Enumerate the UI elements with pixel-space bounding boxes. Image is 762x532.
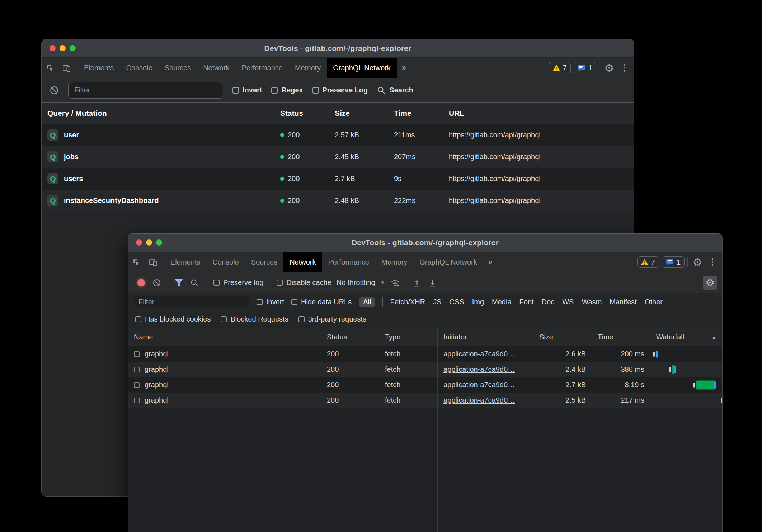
tab-graphql-network[interactable]: GraphQL Network <box>413 252 483 272</box>
export-har-icon[interactable] <box>425 275 441 291</box>
column-header-status[interactable]: Status <box>321 328 379 346</box>
column-header-size[interactable]: Size <box>533 328 592 346</box>
tab-memory[interactable]: Memory <box>375 252 413 272</box>
clear-block-icon[interactable] <box>50 86 59 95</box>
disable-cache-checkbox[interactable]: Disable cache <box>277 279 331 287</box>
preserve-log-checkbox[interactable]: Preserve Log <box>312 86 368 94</box>
filter-input[interactable] <box>134 296 249 308</box>
close-window-button[interactable] <box>50 45 56 51</box>
tab-elements[interactable]: Elements <box>78 58 120 78</box>
row-checkbox[interactable] <box>134 382 140 388</box>
has-blocked-cookies-checkbox[interactable]: Has blocked cookies <box>135 315 211 323</box>
minimize-window-button[interactable] <box>146 239 152 246</box>
network-conditions-icon[interactable] <box>387 275 403 291</box>
tab-performance[interactable]: Performance <box>236 58 289 78</box>
tab-performance[interactable]: Performance <box>322 252 376 272</box>
initiator-link[interactable]: application-a7ca9d0… <box>443 365 515 374</box>
chip-font[interactable]: Font <box>519 298 534 306</box>
column-header-status[interactable]: Status <box>274 103 329 124</box>
blocked-requests-checkbox[interactable]: Blocked Requests <box>221 315 288 323</box>
chip-media[interactable]: Media <box>492 298 511 306</box>
device-toolbar-icon[interactable] <box>58 58 75 78</box>
column-header-query-mutation[interactable]: Query / Mutation <box>42 103 274 124</box>
row-checkbox[interactable] <box>134 398 140 403</box>
table-row[interactable]: Quser 200 2.57 kB 211ms https://gitlab.c… <box>42 124 634 146</box>
column-header-time[interactable]: Time <box>592 328 650 346</box>
titlebar[interactable]: DevTools - gitlab.com/-/graphql-explorer <box>128 233 722 252</box>
more-tabs-chevron[interactable]: » <box>397 58 411 78</box>
column-header-size[interactable]: Size <box>329 103 388 124</box>
table-row[interactable]: QinstanceSecurityDashboard 200 2.48 kB 2… <box>42 190 634 212</box>
issues-badge[interactable]: 1 <box>574 62 596 73</box>
column-header-time[interactable]: Time <box>388 103 443 124</box>
table-row[interactable]: graphql 200 fetch application-a7ca9d0… 2… <box>128 362 722 377</box>
search-icon[interactable] <box>187 275 202 291</box>
inspect-cursor-icon[interactable] <box>42 58 58 78</box>
initiator-link[interactable]: application-a7ca9d0… <box>443 396 515 404</box>
tab-sources[interactable]: Sources <box>245 252 283 272</box>
warnings-badge[interactable]: 7 <box>549 62 571 73</box>
chip-ws[interactable]: WS <box>562 298 574 306</box>
zoom-window-button[interactable] <box>156 239 162 246</box>
close-window-button[interactable] <box>136 239 142 246</box>
tab-sources[interactable]: Sources <box>159 58 197 78</box>
minimize-window-button[interactable] <box>60 45 66 51</box>
invert-checkbox[interactable]: Invert <box>257 298 284 306</box>
third-party-requests-checkbox[interactable]: 3rd-party requests <box>298 315 366 323</box>
chip-doc[interactable]: Doc <box>542 298 555 306</box>
table-row[interactable]: Qusers 200 2.7 kB 9s https://gitlab.com/… <box>42 168 634 190</box>
device-toolbar-icon[interactable] <box>145 252 161 272</box>
table-row[interactable]: graphql 200 fetch application-a7ca9d0… 2… <box>128 393 722 408</box>
chip-all[interactable]: All <box>359 297 375 307</box>
regex-checkbox[interactable]: Regex <box>271 86 303 94</box>
zoom-window-button[interactable] <box>70 45 76 51</box>
tab-console[interactable]: Console <box>120 58 158 78</box>
column-header-type[interactable]: Type <box>379 328 437 346</box>
hide-data-urls-checkbox[interactable]: Hide data URLs <box>291 298 352 306</box>
tab-memory[interactable]: Memory <box>289 58 327 78</box>
inspect-cursor-icon[interactable] <box>128 252 145 272</box>
row-checkbox[interactable] <box>134 351 140 357</box>
chip-wasm[interactable]: Wasm <box>582 298 602 306</box>
chip-js[interactable]: JS <box>433 298 441 306</box>
row-checkbox[interactable] <box>134 367 140 372</box>
preserve-log-checkbox[interactable]: Preserve log <box>213 279 263 287</box>
chip-manifest[interactable]: Manifest <box>610 298 637 306</box>
import-har-icon[interactable] <box>409 275 425 291</box>
table-row[interactable]: graphql 200 fetch application-a7ca9d0… 2… <box>128 377 722 393</box>
filter-input[interactable] <box>68 82 223 99</box>
initiator-link[interactable]: application-a7ca9d0… <box>443 350 515 358</box>
search-button[interactable]: Search <box>377 86 413 95</box>
throttling-dropdown[interactable]: No throttling ▼ <box>337 279 385 287</box>
chip-css[interactable]: CSS <box>450 298 464 306</box>
column-header-waterfall[interactable]: Waterfall ▲ <box>650 328 722 346</box>
filter-funnel-icon[interactable] <box>171 275 187 291</box>
column-header-initiator[interactable]: Initiator <box>437 328 533 346</box>
column-header-name[interactable]: Name <box>128 328 321 346</box>
settings-gear-icon[interactable]: ⚙ <box>689 252 706 272</box>
tab-console[interactable]: Console <box>206 252 245 272</box>
titlebar[interactable]: DevTools - gitlab.com/-/graphql-explorer <box>42 39 634 58</box>
tab-network[interactable]: Network <box>197 58 235 78</box>
chip-img[interactable]: Img <box>472 298 484 306</box>
clear-block-icon[interactable] <box>149 275 165 291</box>
column-header-url[interactable]: URL <box>443 103 634 124</box>
more-tabs-chevron[interactable]: » <box>483 252 498 272</box>
tab-network[interactable]: Network <box>283 252 322 272</box>
tab-elements[interactable]: Elements <box>164 252 206 272</box>
kebab-menu-icon[interactable] <box>706 252 719 272</box>
invert-checkbox[interactable]: Invert <box>232 86 262 94</box>
tab-graphql-network[interactable]: GraphQL Network <box>327 58 396 78</box>
record-button[interactable] <box>133 275 149 291</box>
response-time: 217 ms <box>592 393 650 408</box>
chip-other[interactable]: Other <box>645 298 663 306</box>
warnings-badge[interactable]: 7 <box>637 256 659 268</box>
kebab-menu-icon[interactable] <box>617 58 631 78</box>
table-row[interactable]: graphql 200 fetch application-a7ca9d0… 2… <box>128 346 722 362</box>
table-row[interactable]: Qjobs 200 2.45 kB 207ms https://gitlab.c… <box>42 146 634 168</box>
chip-fetch-xhr[interactable]: Fetch/XHR <box>390 298 425 306</box>
initiator-link[interactable]: application-a7ca9d0… <box>443 381 515 389</box>
issues-badge[interactable]: 1 <box>662 256 685 268</box>
network-settings-gear-icon[interactable]: ⚙ <box>703 276 717 290</box>
settings-gear-icon[interactable]: ⚙ <box>601 58 617 78</box>
